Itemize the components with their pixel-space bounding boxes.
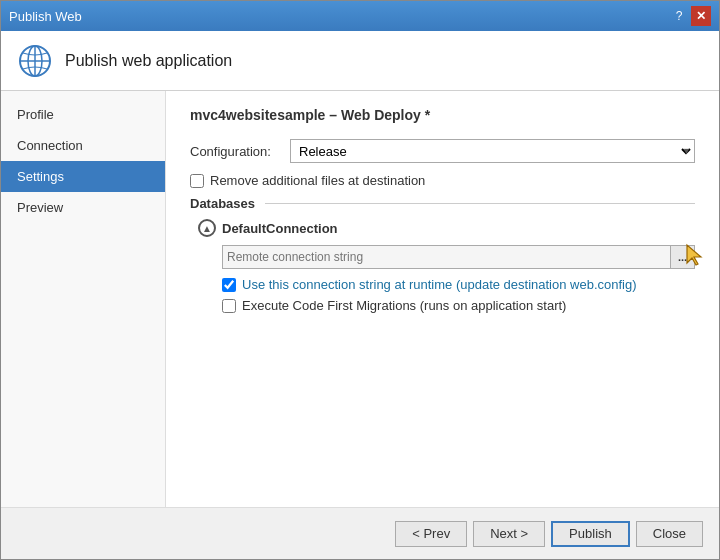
dialog-title: Publish Web — [9, 9, 82, 24]
db-connection-name: DefaultConnection — [222, 221, 338, 236]
publish-button[interactable]: Publish — [551, 521, 630, 547]
use-connection-string-checkbox[interactable] — [222, 278, 236, 292]
connection-string-input[interactable] — [222, 245, 671, 269]
remove-files-row: Remove additional files at destination — [190, 173, 695, 188]
globe-icon — [17, 43, 53, 79]
sidebar-item-profile[interactable]: Profile — [1, 99, 165, 130]
code-first-migrations-row: Execute Code First Migrations (runs on a… — [222, 298, 695, 313]
use-connection-string-label: Use this connection string at runtime (u… — [242, 277, 637, 292]
config-select-wrapper[interactable]: Release — [290, 139, 695, 163]
sidebar-item-connection[interactable]: Connection — [1, 130, 165, 161]
remove-files-label: Remove additional files at destination — [210, 173, 425, 188]
title-bar: Publish Web ? ✕ — [1, 1, 719, 31]
title-bar-buttons: ? ✕ — [669, 6, 711, 26]
db-connection-header: ▲ DefaultConnection — [198, 219, 695, 237]
deploy-profile-name: mvc4websitesample — [190, 107, 325, 123]
databases-title: Databases — [190, 196, 695, 211]
prev-button[interactable]: < Prev — [395, 521, 467, 547]
connection-string-wrapper: ... — [222, 245, 695, 269]
header-title: Publish web application — [65, 52, 232, 70]
next-button[interactable]: Next > — [473, 521, 545, 547]
close-title-button[interactable]: ✕ — [691, 6, 711, 26]
code-first-migrations-checkbox[interactable] — [222, 299, 236, 313]
config-row: Configuration: Release — [190, 139, 695, 163]
close-button[interactable]: Close — [636, 521, 703, 547]
collapse-icon[interactable]: ▲ — [198, 219, 216, 237]
sidebar-item-settings[interactable]: Settings — [1, 161, 165, 192]
connection-string-btn[interactable]: ... — [671, 245, 695, 269]
deploy-method: – Web Deploy * — [329, 107, 430, 123]
section-title: mvc4websitesample – Web Deploy * — [190, 107, 695, 123]
footer: < Prev Next > Publish Close — [1, 507, 719, 559]
header-area: Publish web application — [1, 31, 719, 91]
use-connection-string-row: Use this connection string at runtime (u… — [222, 277, 695, 292]
databases-section: Databases ▲ DefaultConnection ... — [190, 196, 695, 313]
publish-web-dialog: Publish Web ? ✕ Publish web application … — [0, 0, 720, 560]
content-area: Profile Connection Settings Preview mvc4… — [1, 91, 719, 507]
db-connection: ▲ DefaultConnection ... — [198, 219, 695, 313]
main-content: mvc4websitesample – Web Deploy * Configu… — [166, 91, 719, 507]
config-select[interactable]: Release — [290, 139, 695, 163]
config-label: Configuration: — [190, 144, 280, 159]
remove-files-checkbox[interactable] — [190, 174, 204, 188]
help-button[interactable]: ? — [669, 6, 689, 26]
sidebar: Profile Connection Settings Preview — [1, 91, 166, 507]
code-first-migrations-label: Execute Code First Migrations (runs on a… — [242, 298, 566, 313]
sidebar-item-preview[interactable]: Preview — [1, 192, 165, 223]
